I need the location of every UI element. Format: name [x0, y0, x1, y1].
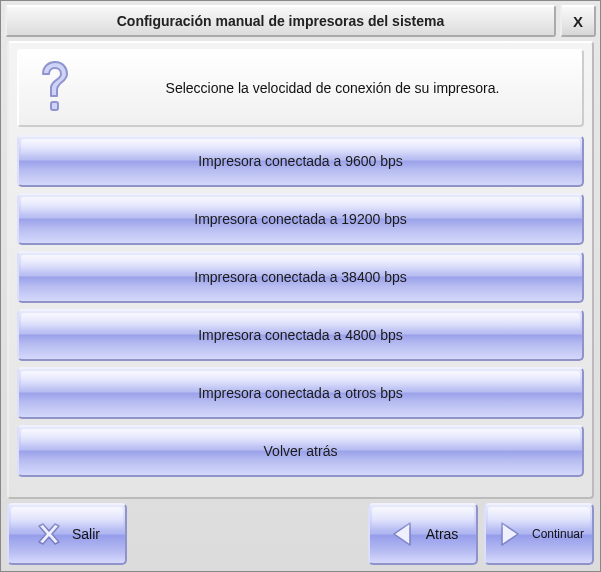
option-19200[interactable]: Impresora conectada a 19200 bps: [17, 193, 584, 245]
prompt-panel: Seleccione la velocidad de conexión de s…: [17, 49, 584, 127]
option-label: Impresora conectada a 38400 bps: [194, 269, 406, 285]
exit-label: Salir: [72, 526, 100, 542]
exit-button[interactable]: Salir: [7, 503, 127, 565]
close-button[interactable]: X: [560, 5, 596, 37]
option-label: Impresora conectada a 9600 bps: [198, 153, 403, 169]
next-label: Continuar: [532, 527, 584, 541]
options-list: Impresora conectada a 9600 bps Impresora…: [17, 135, 584, 477]
close-icon: X: [573, 13, 583, 30]
option-38400[interactable]: Impresora conectada a 38400 bps: [17, 251, 584, 303]
window-title-text: Configuración manual de impresoras del s…: [117, 13, 445, 29]
option-label: Impresora conectada a otros bps: [198, 385, 403, 401]
arrow-right-icon: [494, 519, 524, 549]
option-label: Impresora conectada a 4800 bps: [198, 327, 403, 343]
question-icon: [33, 60, 77, 116]
x-icon: [34, 519, 64, 549]
footer-spacer: [133, 503, 362, 565]
option-9600[interactable]: Impresora conectada a 9600 bps: [17, 135, 584, 187]
next-button[interactable]: Continuar: [484, 503, 594, 565]
back-label: Atras: [426, 526, 459, 542]
back-button[interactable]: Atras: [368, 503, 478, 565]
option-label: Impresora conectada a 19200 bps: [194, 211, 406, 227]
svg-rect-0: [51, 102, 58, 110]
footer-bar: Salir Atras Continuar: [7, 503, 594, 565]
prompt-text: Seleccione la velocidad de conexión de s…: [97, 80, 568, 96]
option-4800[interactable]: Impresora conectada a 4800 bps: [17, 309, 584, 361]
option-go-back[interactable]: Volver atrás: [17, 425, 584, 477]
dialog-body: Seleccione la velocidad de conexión de s…: [7, 41, 594, 499]
option-other[interactable]: Impresora conectada a otros bps: [17, 367, 584, 419]
window-title: Configuración manual de impresoras del s…: [5, 5, 556, 37]
option-label: Volver atrás: [264, 443, 338, 459]
arrow-left-icon: [388, 519, 418, 549]
